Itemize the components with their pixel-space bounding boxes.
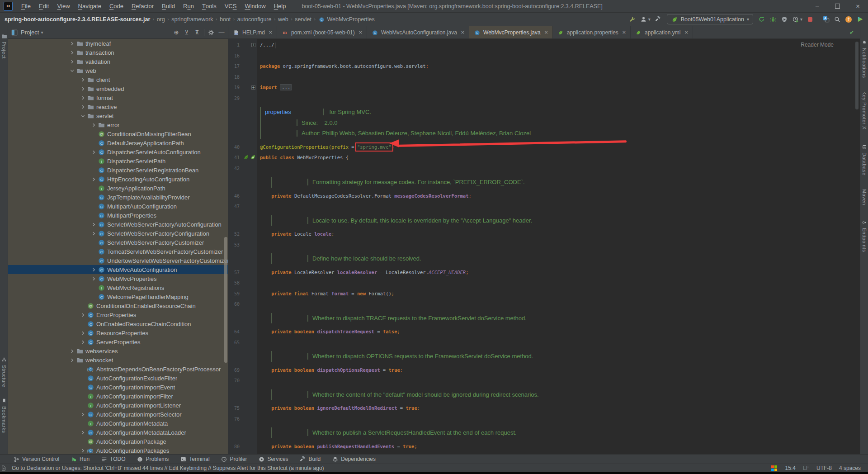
breadcrumb-leaf[interactable]: CWebMvcProperties — [318, 16, 374, 23]
tree-chevron-collapsed-icon[interactable] — [79, 340, 87, 345]
tool-stripe-item-bookmarks[interactable]: Bookmarks — [0, 397, 8, 433]
tree-item[interactable]: @ConditionalOnMissingFilterBean — [8, 129, 228, 138]
editor-scrollbar[interactable] — [855, 42, 859, 109]
tree-chevron-collapsed-icon[interactable] — [79, 104, 87, 109]
tree-item[interactable]: embedded — [8, 84, 228, 93]
menu-item-code[interactable]: Code — [105, 0, 127, 13]
code-line[interactable]: 64 private boolean dispatchTraceRequest … — [228, 327, 860, 337]
tree-chevron-collapsed-icon[interactable] — [90, 276, 98, 281]
collapse-all-icon[interactable]: ⊼ — [193, 29, 201, 36]
tree-item[interactable]: CWebMvcProperties — [8, 274, 228, 283]
menu-item-refactor[interactable]: Refactor — [127, 0, 158, 13]
tree-item[interactable]: CServletWebServerFactoryCustomizer — [8, 238, 228, 247]
reader-mode-label[interactable]: Reader Mode — [801, 42, 834, 48]
tree-item[interactable]: CTomcatServletWebServerFactoryCustomizer — [8, 247, 228, 256]
coverage-button[interactable] — [781, 16, 788, 23]
expand-all-icon[interactable]: ⊻ — [183, 29, 190, 36]
tool-stripe-item-structure[interactable]: Structure — [0, 356, 8, 387]
tree-item[interactable]: websocket — [8, 356, 228, 365]
tree-item[interactable]: CAutoConfigurationMetadataLoader — [8, 428, 228, 437]
code-line[interactable]: 57 private LocaleResolver localeResolver… — [228, 267, 860, 278]
code-line[interactable]: 75 private boolean ignoreDefaultModelOnR… — [228, 403, 860, 414]
tree-item[interactable]: CServerProperties — [8, 337, 228, 346]
tree-chevron-collapsed-icon[interactable] — [79, 77, 87, 82]
tree-item[interactable]: CAutoConfigurationImportEvent — [8, 383, 228, 392]
tool-window-button-version-control[interactable]: Version Control — [7, 455, 65, 463]
tab-close-icon[interactable]: × — [269, 29, 273, 35]
tree-item[interactable]: error — [8, 120, 228, 129]
tree-item[interactable]: IDispatcherServletPath — [8, 156, 228, 166]
tree-chevron-collapsed-icon[interactable] — [68, 349, 76, 354]
tree-item[interactable]: validation — [8, 57, 228, 66]
search-button[interactable] — [834, 16, 841, 23]
breadcrumb-item-springframework[interactable]: springframework — [171, 16, 213, 23]
tab-close-icon[interactable]: × — [622, 29, 626, 35]
tool-stripe-item-project[interactable]: Project — [0, 33, 8, 59]
code-line[interactable]: 60 — [228, 299, 860, 310]
tree-item[interactable]: CHttpEncodingAutoConfiguration — [8, 175, 228, 184]
code-line[interactable]: 69 private boolean dispatchOptionsReques… — [228, 365, 860, 376]
close-button[interactable]: × — [848, 0, 868, 13]
tree-item[interactable]: IAutoConfigurationImportListener — [8, 401, 228, 410]
tree-item[interactable]: IWebMvcRegistrations — [8, 283, 228, 292]
code-line[interactable]: 65 — [228, 337, 860, 348]
code-line[interactable]: 18 — [228, 72, 860, 83]
hammer-button[interactable] — [655, 16, 662, 23]
code-line[interactable]: 16 — [228, 51, 860, 62]
tree-item[interactable]: CErrorProperties — [8, 310, 228, 319]
tree-item[interactable]: thymeleaf — [8, 39, 228, 48]
code-line[interactable]: 41public class WebMvcProperties { — [228, 152, 860, 163]
tree-item[interactable]: CAutoConfigurationExcludeFilter — [8, 374, 228, 383]
editor-tab[interactable]: application.yml× — [631, 26, 693, 38]
fold-marker-icon[interactable]: + — [251, 85, 255, 90]
tool-stripe-item-endpoints[interactable]: Endpoints — [861, 219, 868, 252]
maximize-button[interactable] — [827, 0, 848, 13]
locate-icon[interactable]: ⊕ — [173, 29, 180, 36]
breadcrumb-item-autoconfigure[interactable]: autoconfigure — [237, 16, 272, 23]
editor-tab[interactable]: CWebMvcAutoConfiguration.java× — [367, 26, 469, 38]
breadcrumb-item-org[interactable]: org — [157, 16, 165, 23]
chevron-down-icon[interactable]: ▾ — [41, 30, 43, 35]
code-line[interactable]: 76 — [228, 414, 860, 425]
tool-window-button-run[interactable]: Run — [65, 455, 95, 463]
tree-chevron-collapsed-icon[interactable] — [79, 430, 87, 435]
menu-item-help[interactable]: Help — [270, 0, 290, 13]
breadcrumb-jar[interactable]: spring-boot-autoconfigure-2.3.4.RELEASE-… — [5, 16, 150, 23]
menu-item-view[interactable]: View — [53, 0, 74, 13]
tree-chevron-collapsed-icon[interactable] — [90, 222, 98, 227]
tool-window-button-profiler[interactable]: Profiler — [215, 455, 253, 463]
code-line[interactable]: 47 — [228, 201, 860, 212]
editor-tab[interactable]: application.properties× — [553, 26, 631, 38]
tree-chevron-collapsed-icon[interactable] — [79, 95, 87, 100]
tree-chevron-collapsed-icon[interactable] — [68, 41, 76, 46]
code-line[interactable]: 59 private final Format format = new For… — [228, 289, 860, 299]
tree-item[interactable]: CDefaultJerseyApplicationPath — [8, 138, 228, 147]
tree-item[interactable]: webservices — [8, 346, 228, 356]
tab-close-icon[interactable]: × — [544, 29, 548, 35]
minimize-button[interactable]: ─ — [807, 0, 827, 13]
profiler-button[interactable]: ▾ — [792, 16, 802, 23]
tree-item[interactable]: format — [8, 93, 228, 102]
tree-chevron-expanded-icon[interactable] — [79, 114, 87, 118]
user-button[interactable]: ▾ — [640, 16, 651, 23]
check-icon[interactable]: ✔ — [848, 29, 855, 36]
tool-window-button-services[interactable]: Services — [253, 455, 294, 463]
code-line[interactable]: 70 — [228, 375, 860, 386]
menu-item-file[interactable]: File — [17, 0, 35, 13]
menu-item-edit[interactable]: Edit — [35, 0, 53, 13]
tree-item[interactable]: COnEnabledResourceChainCondition — [8, 319, 228, 328]
tool-stripe-item-database[interactable]: Database — [861, 143, 868, 175]
code-line[interactable]: 46 private DefaultMessageCodesResolver.F… — [228, 191, 860, 202]
translate-button[interactable]: A — [822, 16, 830, 23]
tool-window-button-dependencies[interactable]: Dependencies — [326, 455, 381, 463]
tree-chevron-collapsed-icon[interactable] — [79, 412, 87, 417]
update-button[interactable]: ↑ — [845, 16, 852, 23]
breadcrumb-item-boot[interactable]: boot — [220, 16, 231, 23]
menu-item-navigate[interactable]: Navigate — [74, 0, 105, 13]
tree-chevron-collapsed-icon[interactable] — [68, 50, 76, 55]
code-line[interactable]: 42 — [228, 163, 860, 174]
tree-item[interactable]: web — [8, 66, 228, 75]
menu-item-run[interactable]: Run — [179, 0, 198, 13]
menu-item-tools[interactable]: Tools — [198, 0, 221, 13]
spring-bean-icon[interactable] — [243, 154, 249, 160]
